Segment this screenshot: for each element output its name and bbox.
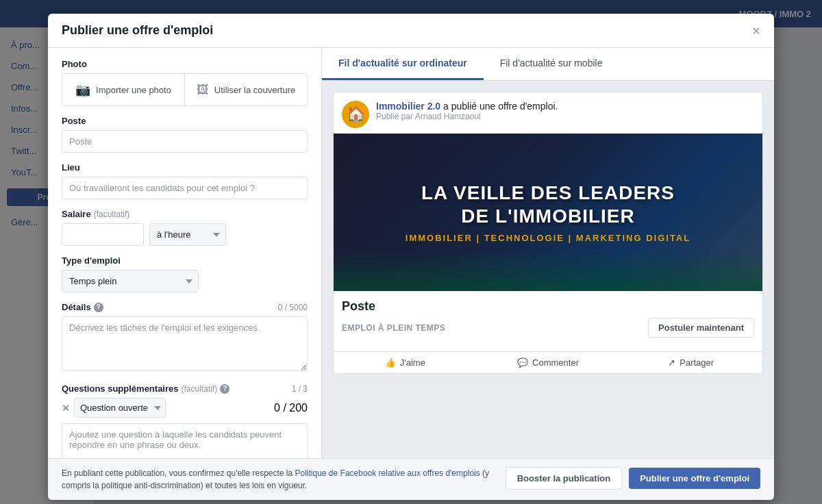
- boost-publication-button[interactable]: Booster la publication: [506, 467, 623, 490]
- post-type-row: EMPLOI À PLEIN TEMPS Postuler maintenant: [342, 318, 754, 338]
- question-row: ✕ Question ouverte Question fermée 0 / 2…: [62, 398, 308, 418]
- questions-label: Questions supplémentaires (facultatif) ?…: [62, 383, 308, 394]
- questions-section: Questions supplémentaires (facultatif) ?…: [62, 383, 308, 458]
- post-job-type: EMPLOI À PLEIN TEMPS: [342, 323, 445, 333]
- salary-period-select[interactable]: à l'heure par jour par semaine par mois …: [149, 223, 226, 246]
- tab-mobile[interactable]: Fil d'actualité sur mobile: [484, 48, 619, 80]
- post-image: LA VEILLE DES LEADERS DE L'IMMOBILIER IM…: [334, 134, 762, 291]
- post-body: Poste EMPLOI À PLEIN TEMPS Postuler main…: [334, 291, 762, 346]
- details-section: Détails ? 0 / 5000: [62, 302, 308, 374]
- question-type-select[interactable]: Question ouverte Question fermée: [74, 398, 166, 418]
- like-button[interactable]: 👍 J'aime: [334, 352, 477, 373]
- photo-label: Photo: [62, 59, 308, 69]
- post-subtitle: Publié par Arnaud Hamzaoui: [376, 112, 754, 121]
- questions-help-icon: ?: [220, 384, 229, 394]
- post-image-title-line1: LA VEILLE DES LEADERS: [421, 181, 675, 205]
- import-photo-button[interactable]: 📷 Importer une photo: [62, 74, 185, 105]
- post-position: Poste: [342, 299, 754, 314]
- lieu-label: Lieu: [62, 162, 308, 173]
- details-textarea[interactable]: [62, 316, 308, 371]
- use-cover-button[interactable]: 🖼 Utiliser la couverture: [185, 75, 307, 105]
- salary-input[interactable]: [62, 223, 144, 246]
- post-image-people-overlay: [334, 250, 762, 291]
- lieu-section: Lieu: [62, 162, 308, 199]
- footer-buttons: Booster la publication Publier une offre…: [506, 467, 760, 490]
- type-emploi-select[interactable]: Temps plein Temps partiel Intérimaire Fr…: [62, 270, 199, 292]
- question-textarea[interactable]: [62, 423, 308, 458]
- modal-header: Publier une offre d'emploi ×: [48, 14, 774, 48]
- like-icon: 👍: [385, 357, 396, 368]
- details-help-icon: ?: [94, 303, 103, 312]
- preview-tabs: Fil d'actualité sur ordinateur Fil d'act…: [322, 48, 774, 81]
- post-actions: 👍 J'aime 💬 Commenter ↗ Partager: [334, 351, 762, 373]
- salaire-section: Salaire (facultatif) à l'heure par jour …: [62, 209, 308, 246]
- preview-panel: Fil d'actualité sur ordinateur Fil d'act…: [322, 48, 774, 458]
- salaire-label: Salaire (facultatif): [62, 209, 308, 219]
- photo-upload-area: 📷 Importer une photo 🖼 Utiliser la couve…: [62, 73, 308, 106]
- avatar: 🏠: [342, 101, 369, 128]
- image-icon: 🖼: [197, 83, 209, 97]
- modal-overlay: Publier une offre d'emploi × Photo 📷 Imp…: [0, 0, 822, 504]
- post-meta: Immobilier 2.0 a publié une offre d'empl…: [376, 101, 754, 121]
- apply-now-button[interactable]: Postuler maintenant: [648, 318, 754, 338]
- modal-body: Photo 📷 Importer une photo 🖼 Utiliser la…: [48, 48, 774, 458]
- modal-title: Publier une offre d'emploi: [62, 23, 213, 38]
- publish-job-offer-button[interactable]: Publier une offre d'emploi: [629, 468, 760, 489]
- question-remove-button[interactable]: ✕: [62, 403, 70, 414]
- comment-button[interactable]: 💬 Commenter: [477, 352, 620, 373]
- poste-input[interactable]: [62, 130, 308, 153]
- type-emploi-label: Type d'emploi: [62, 255, 308, 266]
- photo-section: Photo 📷 Importer une photo 🖼 Utiliser la…: [62, 59, 308, 106]
- preview-content: 🏠 Immobilier 2.0 a publié une offre d'em…: [322, 81, 774, 385]
- footer-legal: En publiant cette publication, vous conf…: [62, 467, 495, 492]
- modal-close-button[interactable]: ×: [752, 24, 760, 38]
- post-image-subtitle: IMMOBILIER | TECHNOLOGIE | MARKETING DIG…: [406, 233, 690, 243]
- lieu-input[interactable]: [62, 177, 308, 199]
- fb-post-header: 🏠 Immobilier 2.0 a publié une offre d'em…: [334, 92, 762, 134]
- type-emploi-section: Type d'emploi Temps plein Temps partiel …: [62, 255, 308, 292]
- post-image-title-line2: DE L'IMMOBILIER: [461, 205, 634, 228]
- poste-label: Poste: [62, 116, 308, 126]
- form-panel: Photo 📷 Importer une photo 🖼 Utiliser la…: [48, 48, 322, 458]
- legal-link[interactable]: Politique de Facebook relative aux offre…: [295, 468, 480, 478]
- comment-icon: 💬: [517, 357, 528, 368]
- share-icon: ↗: [668, 357, 675, 368]
- poste-section: Poste: [62, 116, 308, 153]
- modal: Publier une offre d'emploi × Photo 📷 Imp…: [48, 14, 774, 500]
- house-icon: 🏠: [347, 105, 365, 123]
- modal-footer: En publiant cette publication, vous conf…: [48, 458, 774, 500]
- fb-post-card: 🏠 Immobilier 2.0 a publié une offre d'em…: [333, 92, 763, 374]
- camera-icon: 📷: [75, 82, 90, 97]
- post-title: Immobilier 2.0 a publié une offre d'empl…: [376, 101, 754, 112]
- details-label: Détails ? 0 / 5000: [62, 302, 308, 312]
- share-button[interactable]: ↗ Partager: [619, 352, 762, 373]
- tab-desktop[interactable]: Fil d'actualité sur ordinateur: [322, 48, 484, 80]
- salary-row: à l'heure par jour par semaine par mois …: [62, 223, 308, 246]
